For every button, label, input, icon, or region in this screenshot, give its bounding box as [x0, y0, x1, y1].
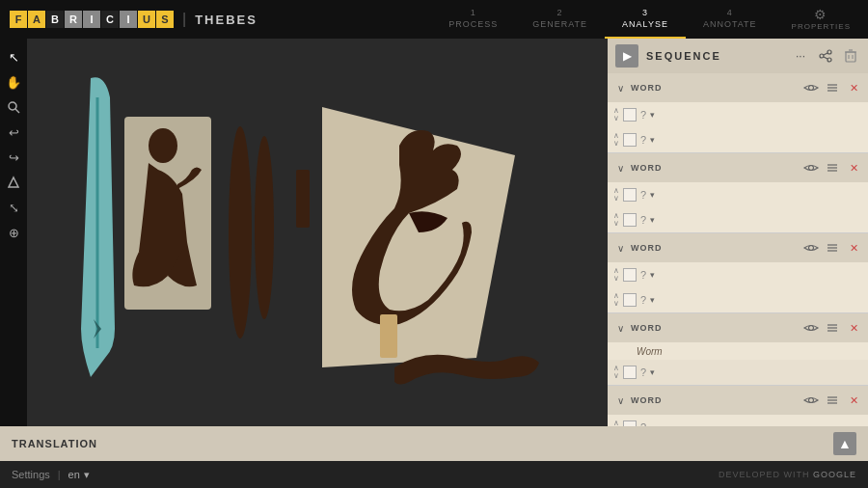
redo-tool[interactable]: ↪	[3, 147, 24, 168]
panel-delete-button[interactable]	[841, 46, 860, 66]
glyph-down-1a[interactable]: ∨	[613, 115, 619, 122]
word-eye-3[interactable]	[802, 239, 820, 257]
glyph-checkbox-2b[interactable]	[623, 213, 637, 227]
word-delete-4[interactable]: ✕	[845, 319, 862, 337]
word-delete-2[interactable]: ✕	[845, 159, 862, 176]
glyph-checkbox-4a[interactable]	[623, 366, 637, 379]
word-sort-4[interactable]	[824, 319, 841, 337]
glyph-down-2a[interactable]: ∨	[613, 195, 619, 203]
panel-expand-button[interactable]: ▶	[615, 44, 638, 68]
scroll-up-button[interactable]: ▲	[833, 432, 856, 455]
word-eye-2[interactable]	[802, 159, 820, 176]
panel-share-button[interactable]	[816, 46, 835, 66]
shape-tool[interactable]	[3, 172, 24, 193]
svg-point-5	[229, 126, 252, 339]
logo-letter-i2: I	[120, 11, 137, 28]
undo-tool[interactable]: ↩	[3, 122, 24, 143]
glyph-row-4a: ∧ ∨ ? ▾	[608, 360, 868, 385]
right-panel: ▶ SEQUENCE ···	[608, 39, 868, 426]
word-chevron-4[interactable]: ∨	[613, 323, 627, 334]
glyph-value-3b: ?	[640, 294, 646, 306]
footer: Settings | en ▾ DEVELOPED WITH Google	[0, 461, 868, 488]
word-header-2: ∨ WORD	[608, 153, 868, 182]
svg-line-12	[824, 53, 827, 55]
glyph-dropdown-1a[interactable]: ▾	[650, 110, 655, 120]
word-eye-1[interactable]	[802, 79, 820, 96]
glyph-dropdown-3a[interactable]: ▾	[650, 270, 655, 280]
glyph-up-5a[interactable]: ∧	[613, 420, 619, 426]
pointer-tool[interactable]: ↖	[3, 46, 24, 68]
developed-with-text: DEVELOPED WITH	[719, 470, 813, 479]
word-icons-3: ✕	[802, 239, 862, 257]
word-icons-4: ✕	[802, 319, 862, 337]
glyph-small-rect	[380, 314, 397, 358]
svg-point-4	[149, 128, 177, 163]
word-chevron-1[interactable]: ∨	[613, 83, 627, 94]
word-label-2: WORD	[631, 163, 799, 173]
glyph-checkbox-3a[interactable]	[623, 268, 637, 282]
glyph-checkbox-1b[interactable]	[623, 133, 637, 147]
word-sort-1[interactable]	[824, 79, 841, 96]
glyph-dropdown-1b[interactable]: ▾	[650, 135, 655, 145]
logo-letter-r: R	[65, 11, 82, 28]
word-eye-4[interactable]	[802, 319, 820, 337]
word-label-4: WORD	[631, 323, 799, 333]
panel-more-button[interactable]: ···	[791, 46, 810, 66]
resize-tool[interactable]: ⤡	[3, 197, 24, 218]
settings-link[interactable]: Settings	[12, 469, 50, 480]
nav-steps: 1 PROCESS 2 GENERATE 3 ANALYSE 4 ANNOTAT…	[431, 0, 868, 39]
glyph-chevrons-3a: ∧ ∨	[613, 267, 619, 283]
glyph-value-1a: ?	[640, 109, 646, 121]
word-chevron-2[interactable]: ∨	[613, 163, 627, 174]
logo-separator: |	[182, 11, 186, 28]
left-toolbar: ↖ ✋ ↩ ↪ ⤡ ⊕	[0, 39, 27, 426]
hand-tool[interactable]: ✋	[3, 71, 24, 93]
glyph-chevrons-2a: ∧ ∨	[613, 187, 619, 203]
glyph-row-2a: ∧ ∨ ? ▾	[608, 182, 868, 207]
footer-sep: |	[58, 469, 61, 480]
svg-point-0	[9, 102, 16, 110]
step-properties[interactable]: ⚙ PROPERTIES	[774, 0, 868, 39]
step-generate[interactable]: 2 GENERATE	[515, 0, 605, 39]
step-analyse[interactable]: 3 ANALYSE	[605, 0, 686, 39]
glyph-checkbox-2a[interactable]	[623, 188, 637, 202]
glyph-dropdown-2a[interactable]: ▾	[650, 190, 655, 200]
word-chevron-3[interactable]: ∨	[613, 243, 627, 254]
glyph-dropdown-4a[interactable]: ▾	[650, 367, 655, 377]
glyph-checkbox-1a[interactable]	[623, 108, 637, 122]
svg-line-1	[15, 109, 19, 113]
glyph-chevrons-1a: ∧ ∨	[613, 107, 619, 122]
canvas-area	[27, 39, 608, 426]
word-delete-5[interactable]: ✕	[845, 392, 862, 409]
glyph-chevrons-3b: ∧ ∨	[613, 292, 619, 308]
logo-letter-a: A	[28, 11, 45, 28]
glyph-down-1b[interactable]: ∨	[613, 140, 619, 148]
sequence-list: ∨ WORD	[608, 73, 868, 426]
project-title: THEBES	[195, 13, 258, 27]
glyph-down-4a[interactable]: ∨	[613, 372, 619, 380]
glyph-checkbox-3b[interactable]	[623, 293, 637, 307]
add-tool[interactable]: ⊕	[3, 222, 24, 243]
language-selector[interactable]: en ▾	[68, 469, 90, 481]
zoom-tool[interactable]	[3, 96, 24, 118]
word-sort-2[interactable]	[824, 159, 841, 176]
word-delete-3[interactable]: ✕	[845, 239, 862, 257]
word-icons-2: ✕	[802, 159, 862, 176]
step-annotate[interactable]: 4 ANNOTATE	[686, 0, 774, 39]
glyph-down-3b[interactable]: ∨	[613, 300, 619, 308]
glyph-dropdown-2b[interactable]: ▾	[650, 215, 655, 225]
word-group-2: ∨ WORD	[608, 153, 868, 233]
word-eye-5[interactable]	[802, 392, 820, 409]
step-process[interactable]: 1 PROCESS	[431, 0, 515, 39]
word-sort-3[interactable]	[824, 239, 841, 257]
word-header-4: ∨ WORD	[608, 313, 868, 342]
word-chevron-5[interactable]: ∨	[613, 395, 627, 406]
glyph-down-2b[interactable]: ∨	[613, 220, 619, 228]
glyph-row-3b: ∧ ∨ ? ▾	[608, 287, 868, 312]
glyph-dropdown-3b[interactable]: ▾	[650, 295, 655, 305]
glyph-down-3a[interactable]: ∨	[613, 275, 619, 283]
panel-title: SEQUENCE	[646, 50, 791, 62]
glyph-value-2a: ?	[640, 189, 646, 201]
word-sort-5[interactable]	[824, 392, 841, 409]
word-delete-1[interactable]: ✕	[845, 79, 862, 96]
